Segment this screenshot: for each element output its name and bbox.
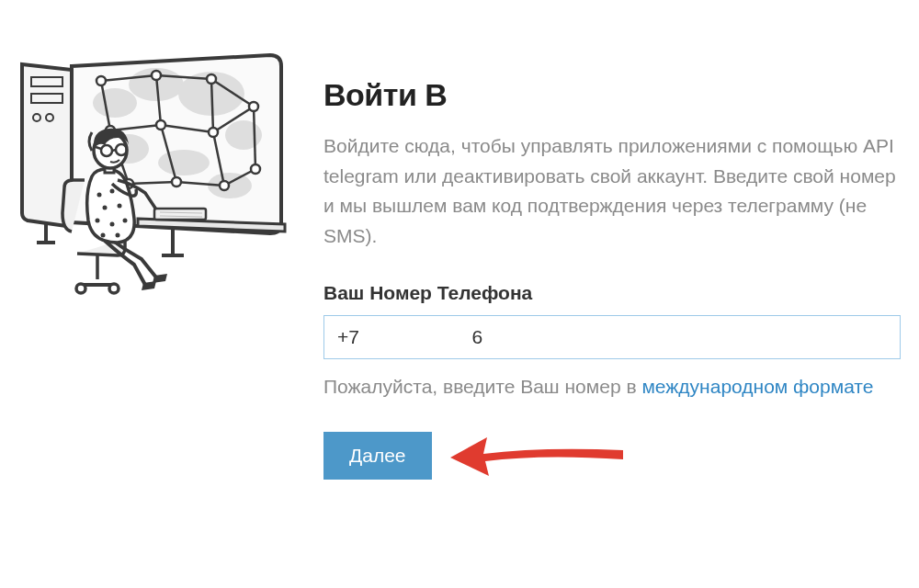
- phone-hint: Пожалуйста, введите Ваш номер в междунар…: [323, 372, 901, 402]
- svg-point-39: [76, 284, 85, 293]
- svg-point-32: [172, 177, 181, 187]
- svg-point-3: [225, 120, 262, 150]
- svg-point-27: [249, 102, 258, 111]
- svg-point-29: [156, 120, 165, 130]
- illustration: [9, 26, 294, 481]
- arrow-annotation-icon: [450, 430, 625, 481]
- svg-point-46: [110, 222, 115, 227]
- svg-line-54: [112, 150, 116, 151]
- svg-point-44: [118, 204, 122, 209]
- login-container: Войти В Войдите сюда, чтобы управлять пр…: [0, 0, 919, 500]
- next-button[interactable]: Далее: [323, 432, 432, 480]
- svg-point-25: [152, 71, 161, 80]
- phone-label: Ваш Номер Телефона: [323, 282, 901, 304]
- svg-point-24: [96, 76, 106, 85]
- svg-point-43: [103, 206, 108, 210]
- svg-point-40: [109, 284, 119, 293]
- phone-input[interactable]: [323, 315, 901, 359]
- svg-point-41: [97, 193, 102, 198]
- hint-prefix: Пожалуйста, введите Ваш номер в: [323, 376, 641, 397]
- page-description: Войдите сюда, чтобы управлять приложения…: [323, 131, 901, 251]
- intl-format-link[interactable]: международном формате: [641, 376, 873, 397]
- svg-point-0: [93, 88, 137, 118]
- svg-point-5: [158, 150, 210, 175]
- svg-point-49: [116, 233, 120, 238]
- svg-point-34: [251, 164, 260, 174]
- svg-point-30: [209, 128, 218, 137]
- telegram-illustration-icon: [9, 29, 294, 305]
- svg-point-33: [220, 181, 229, 190]
- svg-point-47: [123, 219, 128, 223]
- svg-rect-35: [154, 209, 206, 220]
- svg-point-48: [101, 233, 106, 238]
- page-title: Войти В: [323, 77, 901, 113]
- svg-point-26: [207, 74, 216, 84]
- svg-point-45: [96, 219, 100, 223]
- svg-point-42: [110, 189, 115, 194]
- login-form: Войти В Войдите сюда, чтобы управлять пр…: [323, 26, 901, 481]
- action-row: Далее: [323, 430, 901, 481]
